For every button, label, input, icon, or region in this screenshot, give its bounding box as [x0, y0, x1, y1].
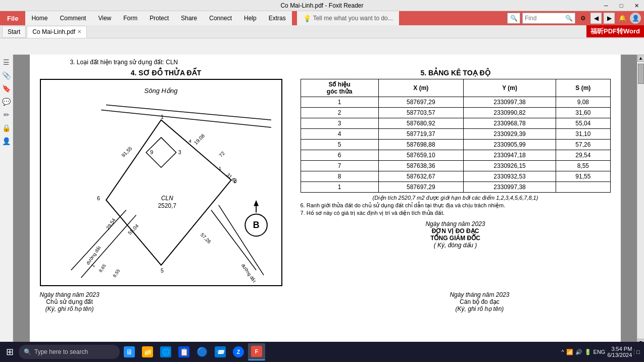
table-row: 2587703,572330990,8231,60 [301, 108, 610, 118]
sidebar-comment-icon[interactable]: 💬 [1, 96, 12, 107]
window-controls: ─ □ ✕ [599, 0, 644, 11]
table-cell-1-3: 31,60 [556, 108, 610, 118]
tab-start[interactable]: Start [2, 26, 26, 38]
svg-text:8,55: 8,55 [112, 268, 121, 278]
svg-text:1: 1 [218, 165, 221, 171]
find-search-icon[interactable]: 🔍 [565, 15, 573, 22]
extras-menu[interactable]: Extras [263, 11, 292, 25]
sidebar-user-icon[interactable]: 👤 [1, 135, 12, 147]
svg-text:72: 72 [218, 150, 226, 158]
close-button[interactable]: ✕ [629, 0, 644, 11]
table-title: 5. BẢNG KÊ TOẠ ĐỘ [301, 69, 611, 77]
sig-block-left: Ngày tháng năm 2023 Chủ sử dụng đất (Ký,… [40, 291, 100, 312]
maximize-button[interactable]: □ [614, 0, 629, 11]
svg-text:4: 4 [188, 138, 191, 144]
table-row: 1587697,292330997,38 [301, 182, 610, 193]
table-cell-4-0: 5 [301, 140, 378, 150]
share-menu[interactable]: Share [175, 11, 203, 25]
table-row: 3587680,922330968,7855,04 [301, 118, 610, 129]
foxit-banner[interactable]: 福昕PDF转Word [586, 25, 644, 37]
note3-label: 7. Hồ sơ này có giá trị xác định vị trí … [301, 210, 611, 216]
table-cell-1-1: 587703,57 [378, 108, 463, 118]
tab-document[interactable]: Co Mai-Linh.pdf ✕ [27, 26, 87, 38]
table-cell-5-2: 2330947,18 [463, 150, 556, 161]
taskbar-search[interactable]: 🔍 Type here to search [19, 345, 120, 359]
taskbar-app-zalo[interactable]: Z [230, 343, 247, 360]
settings-icon[interactable]: ⚙ [577, 13, 588, 24]
find-input[interactable] [525, 15, 565, 22]
taskbar-app-mail[interactable]: 📨 [212, 343, 229, 360]
taskbar-app-chrome[interactable]: 🔵 [193, 343, 211, 360]
sidebar-bookmark-icon[interactable]: 🔖 [1, 83, 12, 94]
minimize-button[interactable]: ─ [599, 0, 614, 11]
tray-lang[interactable]: ENG [593, 349, 606, 355]
store-icon: 📋 [178, 346, 189, 357]
svg-line-0 [106, 105, 271, 120]
help-menu[interactable]: Help [238, 11, 263, 25]
left-sidebar: ☰ 📎 🔖 💬 ✏ 🔒 👤 [0, 55, 13, 346]
search-icon-btn[interactable]: 🔍 [507, 13, 520, 24]
table-row: 8587632,672330932,5391,55 [301, 171, 610, 182]
taskbar-app-store[interactable]: 📋 [175, 343, 192, 360]
table-cell-1-0: 2 [301, 108, 378, 118]
start-button[interactable]: ⊞ [2, 343, 18, 361]
notification-icon[interactable]: 🔔 [617, 13, 628, 24]
sig-title-left: Chủ sử dụng đất [40, 298, 100, 305]
table-cell-0-2: 2330997,38 [463, 97, 556, 108]
files-icon: 📁 [142, 346, 153, 357]
home-menu[interactable]: Home [25, 11, 54, 25]
sig-sub-mid: (Ký, ghi rõ họ tên) [450, 305, 509, 312]
coordinates-table: Số hiệugóc thửa X (m) Y (m) S (m) 158769… [301, 79, 611, 193]
taskbar-app-foxit[interactable]: F [248, 343, 265, 360]
svg-text:3: 3 [178, 149, 181, 155]
table-cell-2-2: 2330968,78 [463, 118, 556, 129]
table-cell-0-1: 587697,29 [378, 97, 463, 108]
sidebar-nav-icon[interactable]: ☰ [1, 57, 12, 68]
table-cell-0-0: 1 [301, 97, 378, 108]
view-menu[interactable]: View [92, 11, 117, 25]
show-desktop-btn[interactable]: □ [634, 349, 640, 355]
svg-text:8,65: 8,65 [97, 263, 107, 273]
sidebar-lock-icon[interactable]: 🔒 [1, 122, 12, 133]
table-cell-3-1: 587719,37 [378, 129, 463, 140]
svg-line-3 [71, 210, 126, 270]
sidebar-edit-icon[interactable]: ✏ [1, 109, 12, 120]
table-cell-4-3: 57,26 [556, 140, 610, 150]
back-nav-btn[interactable]: ◀ [590, 13, 602, 24]
table-row: 5587698,882330905,9957,26 [301, 140, 610, 150]
tab-close-icon[interactable]: ✕ [77, 29, 81, 34]
tray-volume-icon: 🔊 [575, 349, 582, 355]
signature-row: Ngày tháng năm 2023 Chủ sử dụng đất (Ký,… [40, 291, 611, 312]
table-cell-6-1: 587638,36 [378, 161, 463, 171]
tray-battery-icon: 🔋 [584, 349, 591, 355]
user-avatar[interactable]: 👤 [630, 13, 641, 24]
sig-sub-left: (Ký, ghi rõ họ tên) [40, 305, 100, 312]
tell-me-input[interactable]: 💡 Tell me what you want to do... [297, 11, 399, 25]
sig-right-title1: ĐƠN VỊ ĐO ĐẠC [301, 228, 611, 235]
scroll-up-btn[interactable]: ▲ [637, 55, 645, 62]
svg-text:2520,7: 2520,7 [158, 203, 176, 210]
file-menu[interactable]: File [0, 11, 25, 25]
pdf-page: 3. Loại đất hiện trạng sử dụng đất: CLN … [30, 55, 621, 346]
table-cell-8-3 [556, 182, 610, 193]
diagram-area: 4. SƠ ĐỒ THỬA ĐẤT Sông Hồng [40, 69, 292, 286]
table-row: 1587697,292330997,389,08 [301, 97, 610, 108]
sidebar-attachment-icon[interactable]: 📎 [1, 70, 12, 81]
app-title: Co Mai-Linh.pdf - Foxit Reader [280, 2, 363, 9]
table-cell-8-2: 2330997,38 [463, 182, 556, 193]
taskbar-app-edge[interactable]: 🌐 [157, 343, 174, 360]
svg-text:91,55: 91,55 [120, 145, 133, 158]
tray-arrow[interactable]: ^ [561, 349, 564, 355]
scroll-thumb[interactable] [638, 64, 644, 84]
connect-menu[interactable]: Connect [203, 11, 238, 25]
comment-menu[interactable]: Comment [54, 11, 92, 25]
protect-menu[interactable]: Protect [143, 11, 175, 25]
forward-nav-btn[interactable]: ▶ [604, 13, 615, 24]
svg-text:29,54: 29,54 [105, 217, 116, 231]
table-cell-1-2: 2330990,82 [463, 108, 556, 118]
zalo-icon: Z [233, 346, 244, 357]
form-menu[interactable]: Form [117, 11, 143, 25]
table-row: 6587659,102330947,1829,54 [301, 150, 610, 161]
taskbar-app-explorer[interactable]: 🖥 [121, 343, 138, 360]
taskbar-app-files[interactable]: 📁 [139, 343, 156, 360]
